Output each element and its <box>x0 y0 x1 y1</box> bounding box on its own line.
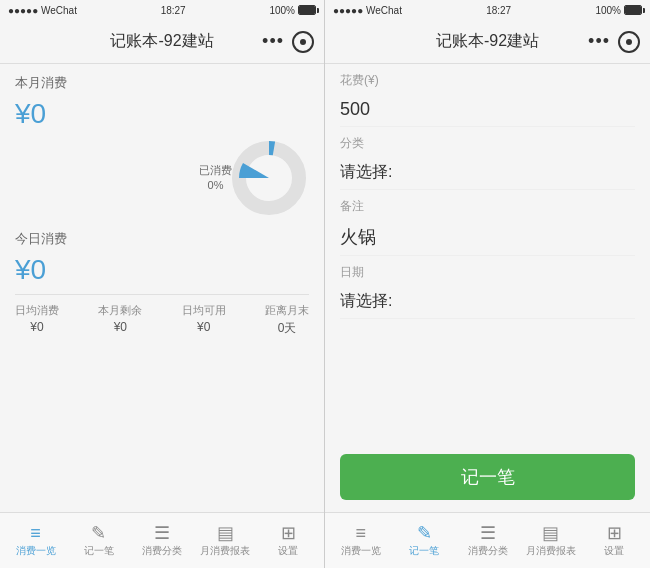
left-carrier: ●●●●● WeChat <box>8 5 77 16</box>
right-nav-record[interactable]: ✎ 记一笔 <box>392 524 455 558</box>
right-settings-label: 设置 <box>604 544 624 558</box>
right-battery-pct: 100% <box>595 5 621 16</box>
right-nav-category[interactable]: ☰ 消费分类 <box>456 524 519 558</box>
left-header-icons: ••• <box>262 31 314 53</box>
left-nav-record[interactable]: ✎ 记一笔 <box>67 524 130 558</box>
left-panel: ●●●●● WeChat 18:27 100% 记账本-92建站 ••• 本月消… <box>0 0 325 568</box>
category-label: 消费分类 <box>142 544 182 558</box>
left-bottom-nav: ≡ 消费一览 ✎ 记一笔 ☰ 消费分类 ▤ 月消费报表 ⊞ 设置 <box>0 512 324 568</box>
left-status-bar: ●●●●● WeChat 18:27 100% <box>0 0 324 20</box>
left-header-title: 记账本-92建站 <box>110 31 213 52</box>
category-icon: ☰ <box>154 524 170 542</box>
report-icon: ▤ <box>217 524 234 542</box>
right-bottom-nav: ≡ 消费一览 ✎ 记一笔 ☰ 消费分类 ▤ 月消费报表 ⊞ 设置 <box>325 512 650 568</box>
right-overview-icon: ≡ <box>355 524 366 542</box>
left-header: 记账本-92建站 ••• <box>0 20 324 64</box>
right-header: 记账本-92建站 ••• <box>325 20 650 64</box>
donut-svg <box>229 138 309 218</box>
right-header-icons: ••• <box>588 31 640 53</box>
category-form-label: 分类 <box>340 135 635 152</box>
form-group-date: 日期 请选择: <box>340 264 635 319</box>
form-group-note: 备注 火锅 <box>340 198 635 256</box>
right-battery-icon <box>624 5 642 15</box>
category-select[interactable]: 请选择: <box>340 156 635 190</box>
report-label: 月消费报表 <box>200 544 250 558</box>
donut-label: 已消费 0% <box>199 163 232 194</box>
right-status-bar: ●●●●● WeChat 18:27 100% <box>325 0 650 20</box>
overview-label: 消费一览 <box>16 544 56 558</box>
date-select[interactable]: 请选择: <box>340 285 635 319</box>
left-battery-pct: 100% <box>269 5 295 16</box>
right-category-label: 消费分类 <box>468 544 508 558</box>
right-record-label: 记一笔 <box>409 544 439 558</box>
form-group-category: 分类 请选择: <box>340 135 635 190</box>
note-label: 备注 <box>340 198 635 215</box>
settings-label: 设置 <box>278 544 298 558</box>
stat-daily-avail: 日均可用 ¥0 <box>182 303 226 337</box>
note-value[interactable]: 火锅 <box>340 219 635 256</box>
right-record-icon: ✎ <box>417 524 432 542</box>
expense-value[interactable]: 500 <box>340 93 635 127</box>
month-amount: ¥0 <box>15 98 309 130</box>
month-label: 本月消费 <box>15 74 309 92</box>
form-section: 花费(¥) 500 分类 请选择: 备注 火锅 日期 请选择: <box>325 64 650 442</box>
expense-label: 花费(¥) <box>340 72 635 89</box>
right-category-icon: ☰ <box>480 524 496 542</box>
overview-icon: ≡ <box>30 524 41 542</box>
left-nav-overview[interactable]: ≡ 消费一览 <box>4 524 67 558</box>
settings-icon: ⊞ <box>281 524 296 542</box>
stat-month-remain: 本月剩余 ¥0 <box>98 303 142 337</box>
form-group-expense: 花费(¥) 500 <box>340 72 635 127</box>
right-settings-icon: ⊞ <box>607 524 622 542</box>
stat-days-left: 距离月末 0天 <box>265 303 309 337</box>
right-nav-report[interactable]: ▤ 月消费报表 <box>519 524 582 558</box>
left-battery-icon <box>298 5 316 15</box>
left-time: 18:27 <box>161 5 186 16</box>
left-nav-settings[interactable]: ⊞ 设置 <box>257 524 320 558</box>
chart-section: 已消费 0% <box>15 138 309 218</box>
submit-record-button[interactable]: 记一笔 <box>340 454 635 500</box>
right-nav-overview[interactable]: ≡ 消费一览 <box>329 524 392 558</box>
right-report-icon: ▤ <box>542 524 559 542</box>
date-label: 日期 <box>340 264 635 281</box>
right-battery-area: 100% <box>595 5 642 16</box>
left-nav-report[interactable]: ▤ 月消费报表 <box>194 524 257 558</box>
stats-row: 日均消费 ¥0 本月剩余 ¥0 日均可用 ¥0 距离月末 0天 <box>15 294 309 337</box>
today-label: 今日消费 <box>15 230 309 248</box>
record-icon: ✎ <box>91 524 106 542</box>
right-target-icon[interactable] <box>618 31 640 53</box>
right-header-title: 记账本-92建站 <box>436 31 539 52</box>
target-icon[interactable] <box>292 31 314 53</box>
right-panel: ●●●●● WeChat 18:27 100% 记账本-92建站 ••• 花费(… <box>325 0 650 568</box>
more-icon[interactable]: ••• <box>262 31 284 52</box>
record-label: 记一笔 <box>84 544 114 558</box>
stat-daily-avg: 日均消费 ¥0 <box>15 303 59 337</box>
left-nav-category[interactable]: ☰ 消费分类 <box>130 524 193 558</box>
donut-chart: 已消费 0% <box>229 138 309 218</box>
right-carrier: ●●●●● WeChat <box>333 5 402 16</box>
right-time: 18:27 <box>486 5 511 16</box>
right-more-icon[interactable]: ••• <box>588 31 610 52</box>
right-nav-settings[interactable]: ⊞ 设置 <box>583 524 646 558</box>
right-overview-label: 消费一览 <box>341 544 381 558</box>
left-main-content: 本月消费 ¥0 已消费 0% 今日消费 ¥0 <box>0 64 324 512</box>
today-amount: ¥0 <box>15 254 309 286</box>
right-report-label: 月消费报表 <box>526 544 576 558</box>
left-battery-area: 100% <box>269 5 316 16</box>
